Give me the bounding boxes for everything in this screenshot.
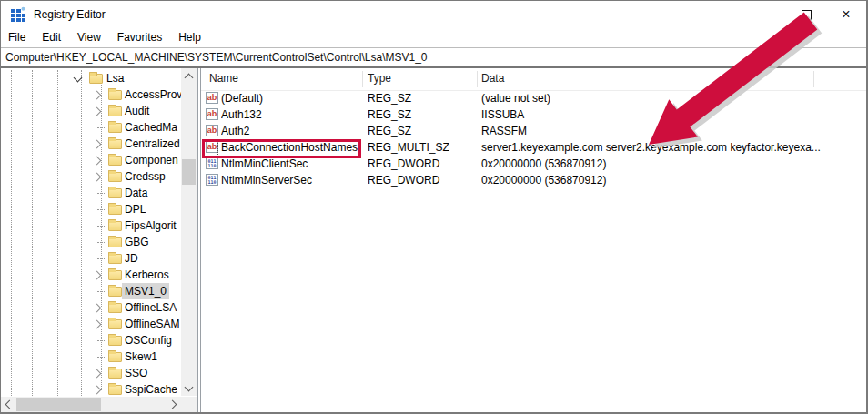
tree-item-FipsAlgorit[interactable]: FipsAlgorit xyxy=(1,217,181,234)
scroll-left-arrow[interactable] xyxy=(1,397,16,412)
tree-item-Kerberos[interactable]: Kerberos xyxy=(1,267,181,283)
folder-icon xyxy=(108,352,122,362)
tree-horizontal-scrollbar[interactable] xyxy=(1,397,181,412)
tree-item-Skew1[interactable]: Skew1 xyxy=(1,348,181,365)
tree-pane: LsaAccessProvAuditCachedMaCentralizedCom… xyxy=(1,68,197,412)
menu-favorites[interactable]: Favorites xyxy=(109,28,170,47)
tree-content: LsaAccessProvAuditCachedMaCentralizedCom… xyxy=(1,70,181,396)
chevron-right-icon[interactable] xyxy=(93,157,102,166)
value-type-cell: REG_SZ xyxy=(368,123,472,139)
folder-icon xyxy=(108,237,122,247)
folder-icon xyxy=(108,139,122,149)
menu-view[interactable]: View xyxy=(69,28,109,47)
maximize-button[interactable] xyxy=(786,1,826,28)
tree-item-AccessProv[interactable]: AccessProv xyxy=(1,86,181,103)
value-data-cell: (value not set) xyxy=(481,90,863,106)
folder-icon xyxy=(108,90,122,100)
chevron-right-icon[interactable] xyxy=(93,271,102,280)
menu-help[interactable]: Help xyxy=(170,28,209,47)
minimize-icon xyxy=(762,15,771,15)
folder-icon xyxy=(108,287,122,297)
value-data-cell: 0x20000000 (536870912) xyxy=(481,172,863,188)
dword-value-icon: 011110 xyxy=(206,174,218,186)
tree-item-Credssp[interactable]: Credssp xyxy=(1,168,181,185)
minimize-button[interactable] xyxy=(746,1,786,28)
chevron-right-icon[interactable] xyxy=(93,304,102,313)
registry-value-row[interactable]: NtlmMinServerSec011110REG_DWORD0x2000000… xyxy=(201,172,866,188)
tree-connector xyxy=(97,258,105,259)
scroll-right-arrow[interactable] xyxy=(166,397,181,412)
column-header-data[interactable]: Data xyxy=(481,68,504,89)
chevron-right-icon[interactable] xyxy=(93,91,102,100)
tree-item-SSO[interactable]: SSO xyxy=(1,365,181,381)
scrollbar-corner xyxy=(181,397,197,412)
address-bar[interactable]: Computer\HKEY_LOCAL_MACHINE\SYSTEM\Curre… xyxy=(1,47,866,68)
value-type-cell: REG_DWORD xyxy=(368,172,472,188)
folder-icon xyxy=(108,106,122,116)
folder-icon xyxy=(108,172,122,182)
registry-value-row[interactable]: Auth132abREG_SZIISSUBA xyxy=(201,106,866,123)
tree-item-label: AccessProv xyxy=(122,86,181,103)
value-type-cell: REG_SZ xyxy=(368,90,472,106)
chevron-right-icon[interactable] xyxy=(93,173,102,182)
tree-item-Componen[interactable]: Componen xyxy=(1,152,181,168)
scroll-down-arrow[interactable] xyxy=(181,380,197,396)
tree-vertical-scrollbar[interactable] xyxy=(181,68,197,396)
tree-item-OfflineLSA[interactable]: OfflineLSA xyxy=(1,299,181,316)
tree-item-CachedMa[interactable]: CachedMa xyxy=(1,119,181,136)
menu-bar: File Edit View Favorites Help xyxy=(1,28,866,47)
value-data-cell: server1.keyexample.com server2.keyexampl… xyxy=(481,139,863,156)
chevron-down-icon[interactable] xyxy=(74,74,83,83)
pane-splitter[interactable] xyxy=(197,68,198,412)
title-bar: Registry Editor × xyxy=(1,1,866,28)
close-button[interactable]: × xyxy=(826,1,866,28)
tree-item-label: Skew1 xyxy=(122,348,160,365)
folder-icon xyxy=(108,188,122,198)
tree-item-Centralized[interactable]: Centralized xyxy=(1,136,181,152)
tree-hscroll-thumb[interactable] xyxy=(16,398,101,411)
menu-edit[interactable]: Edit xyxy=(34,28,69,47)
tree-item-label: OSConfig xyxy=(122,332,175,348)
column-header-name[interactable]: Name xyxy=(209,68,238,89)
maximize-icon xyxy=(802,10,812,20)
tree-connector xyxy=(97,127,105,128)
tree-item-label: Kerberos xyxy=(122,267,172,283)
tree-item-JD[interactable]: JD xyxy=(1,250,181,267)
tree-item-DPL[interactable]: DPL xyxy=(1,201,181,217)
registry-value-row[interactable]: (Default)abREG_SZ(value not set) xyxy=(201,90,866,106)
tree-item-GBG[interactable]: GBG xyxy=(1,234,181,250)
tree-item-SspiCache[interactable]: SspiCache xyxy=(1,381,181,396)
tree-item-OfflineSAM[interactable]: OfflineSAM xyxy=(1,316,181,332)
column-divider[interactable] xyxy=(477,71,478,87)
tree-item-Audit[interactable]: Audit xyxy=(1,103,181,119)
folder-icon xyxy=(108,254,122,264)
tree-item-MSV1_0[interactable]: MSV1_0 xyxy=(1,283,181,299)
chevron-right-icon[interactable] xyxy=(93,107,102,116)
value-name-cell: Auth132 xyxy=(221,106,359,123)
tree-item-OSConfig[interactable]: OSConfig xyxy=(1,332,181,348)
folder-icon xyxy=(108,336,122,346)
chevron-right-icon[interactable] xyxy=(93,386,102,395)
registry-value-row[interactable]: Auth2abREG_SZRASSFM xyxy=(201,123,866,139)
tree-item-Lsa[interactable]: Lsa xyxy=(1,70,181,86)
column-divider[interactable] xyxy=(813,71,814,87)
scroll-up-arrow[interactable] xyxy=(181,68,197,84)
regedit-app-icon xyxy=(10,6,26,23)
folder-icon xyxy=(108,303,122,313)
tree-item-label: Audit xyxy=(122,103,152,119)
tree-connector xyxy=(97,226,105,227)
column-header-type[interactable]: Type xyxy=(368,68,391,89)
tree-item-Data[interactable]: Data xyxy=(1,185,181,201)
tree-item-label: CachedMa xyxy=(122,119,180,136)
dword-value-icon: 011110 xyxy=(206,157,218,169)
column-divider[interactable] xyxy=(362,71,363,87)
string-value-icon: ab xyxy=(206,108,218,120)
tree-item-label: Lsa xyxy=(104,70,126,86)
tree-vscroll-thumb[interactable] xyxy=(182,159,196,185)
chevron-right-icon[interactable] xyxy=(93,320,102,329)
value-type-cell: REG_DWORD xyxy=(368,156,472,172)
chevron-right-icon[interactable] xyxy=(93,369,102,379)
chevron-right-icon[interactable] xyxy=(93,140,102,149)
menu-file[interactable]: File xyxy=(1,28,34,47)
tree-connector xyxy=(97,193,105,194)
